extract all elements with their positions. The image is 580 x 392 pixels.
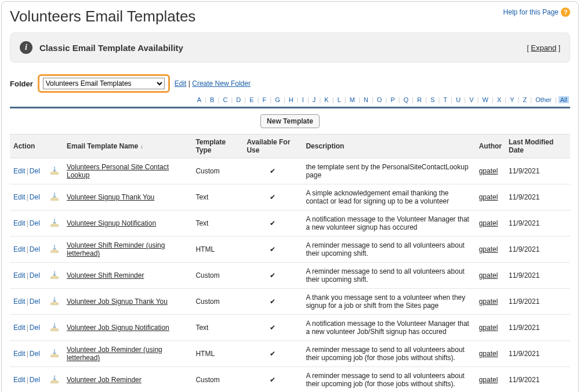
download-icon[interactable] [49,300,60,308]
edit-link[interactable]: Edit [13,297,26,306]
folder-select[interactable]: Volunteers Email Templates [43,78,165,89]
template-name-link[interactable]: Volunteer Shift Reminder [67,271,144,280]
help-link[interactable]: Help for this Page ? [503,8,570,17]
template-name-link[interactable]: Volunteer Job Reminder (using letterhead… [67,346,162,362]
download-icon[interactable] [49,248,60,256]
col-description[interactable]: Description [302,135,475,158]
alpha-E[interactable]: E [248,96,255,103]
del-link[interactable]: Del [30,271,40,280]
edit-link[interactable]: Edit [13,350,26,358]
alpha-Q[interactable]: Q [402,96,411,103]
edit-link[interactable]: Edit [13,376,26,384]
available-check: ✔ [243,289,302,315]
alpha-U[interactable]: U [454,96,462,103]
alpha-B[interactable]: B [208,96,216,103]
author-link[interactable]: gpatel [479,350,498,358]
col-action[interactable]: Action [10,135,46,158]
table-row: Edit|DelVolunteer Job Signup Notificatio… [10,315,570,341]
alpha-V[interactable]: V [467,96,475,103]
del-link[interactable]: Del [30,350,40,358]
alpha-Y[interactable]: Y [508,96,516,103]
alpha-other[interactable]: Other [534,96,553,103]
alpha-P[interactable]: P [389,96,396,103]
alpha-W[interactable]: W [481,96,490,103]
edit-link[interactable]: Edit [13,245,26,253]
alpha-L[interactable]: L [336,96,343,103]
page-title: Volunteers Email Templates [10,8,195,26]
alpha-X[interactable]: X [495,96,503,103]
expand-link[interactable]: Expand [531,43,556,52]
template-description: A notification message to the Volunteer … [302,210,475,237]
edit-link[interactable]: Edit [13,271,26,280]
author-link[interactable]: gpatel [479,297,498,306]
col-icon [46,135,63,158]
alpha-N[interactable]: N [362,96,370,103]
alpha-R[interactable]: R [415,96,423,103]
alpha-A[interactable]: A [195,96,203,103]
del-link[interactable]: Del [30,245,40,253]
modified-date: 11/9/2021 [505,367,570,393]
alpha-C[interactable]: C [221,96,229,103]
download-icon[interactable] [49,222,60,230]
alpha-G[interactable]: G [273,96,282,103]
table-row: Edit|DelVolunteer Shift Reminder (using … [10,237,570,263]
del-link[interactable]: Del [30,219,40,227]
alpha-S[interactable]: S [429,96,436,103]
alpha-all[interactable]: All [559,96,569,103]
author-link[interactable]: gpatel [479,324,498,332]
alpha-D[interactable]: D [234,96,242,103]
template-name-link[interactable]: Volunteer Job Signup Thank You [67,297,168,306]
template-name-link[interactable]: Volunteer Shift Reminder (using letterhe… [67,241,165,257]
author-link[interactable]: gpatel [479,245,498,253]
edit-link[interactable]: Edit [13,193,26,201]
download-icon[interactable] [49,274,60,282]
table-row: Edit|DelVolunteer Shift ReminderCustom✔A… [10,263,570,289]
template-name-link[interactable]: Volunteer Job Signup Notification [67,324,169,332]
col-available[interactable]: Available For Use [243,135,302,158]
col-author[interactable]: Author [476,135,505,158]
modified-date: 11/9/2021 [505,158,570,184]
edit-link[interactable]: Edit [13,219,26,227]
template-name-link[interactable]: Volunteers Personal Site Contact Lookup [67,163,169,179]
download-icon[interactable] [49,326,60,334]
author-link[interactable]: gpatel [479,271,498,280]
folder-create-link[interactable]: Create New Folder [192,79,251,88]
folder-edit-link[interactable]: Edit [175,79,187,88]
edit-link[interactable]: Edit [13,324,26,332]
del-link[interactable]: Del [30,297,40,306]
download-icon[interactable] [49,378,60,386]
download-icon[interactable] [49,169,60,177]
author-link[interactable]: gpatel [479,376,498,384]
author-link[interactable]: gpatel [479,193,498,201]
alpha-I[interactable]: I [300,96,306,103]
template-description: A notification message to the Volunteer … [302,315,475,341]
download-icon[interactable] [49,352,60,360]
template-name-link[interactable]: Volunteer Signup Thank You [67,193,154,201]
alpha-Z[interactable]: Z [521,96,529,103]
alpha-T[interactable]: T [442,96,449,103]
template-description: A simple acknowledgement email thanking … [302,184,475,210]
col-modified[interactable]: Last Modified Date [505,135,570,158]
author-link[interactable]: gpatel [479,167,498,175]
edit-link[interactable]: Edit [13,167,26,175]
template-name-link[interactable]: Volunteer Job Reminder [67,376,142,384]
banner-title: Classic Email Template Availability [39,43,183,53]
new-template-button[interactable]: New Template [260,114,320,128]
col-name[interactable]: Email Template Name↓ [63,135,192,158]
alpha-M[interactable]: M [348,96,357,103]
del-link[interactable]: Del [30,324,40,332]
table-row: Edit|DelVolunteer Signup NotificationTex… [10,210,570,237]
download-icon[interactable] [49,195,60,204]
del-link[interactable]: Del [30,193,40,201]
alpha-H[interactable]: H [287,96,295,103]
available-check: ✔ [243,315,302,341]
del-link[interactable]: Del [30,167,40,175]
col-type[interactable]: Template Type [192,135,243,158]
template-name-link[interactable]: Volunteer Signup Notification [67,219,156,227]
del-link[interactable]: Del [30,376,40,384]
author-link[interactable]: gpatel [479,219,498,227]
alpha-F[interactable]: F [261,96,269,103]
alpha-J[interactable]: J [311,96,318,103]
alpha-K[interactable]: K [322,96,330,103]
alpha-O[interactable]: O [375,96,384,103]
